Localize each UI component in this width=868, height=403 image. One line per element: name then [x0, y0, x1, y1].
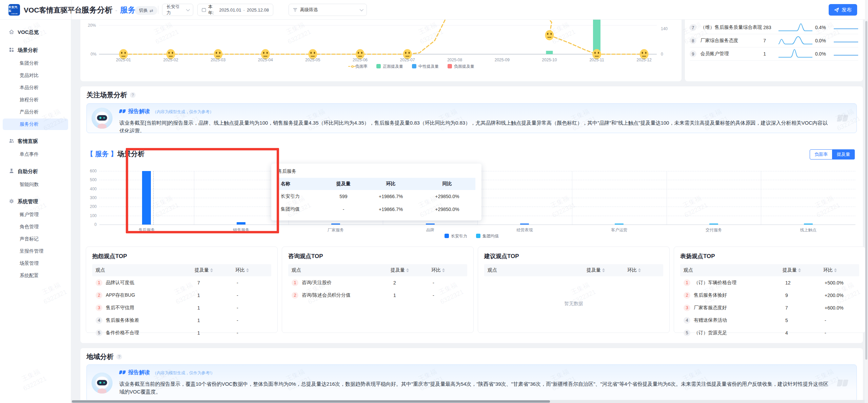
tooltip-col-header: 同比: [419, 178, 475, 190]
opinion-value: 1: [197, 305, 237, 311]
opinion-row[interactable]: 2售后服务体验好9+200.0%: [680, 289, 859, 301]
app-title: VOC客情直驱平台: [24, 5, 82, 15]
opinion-row[interactable]: 2APP存在BUG1-: [92, 289, 271, 301]
sort-icon[interactable]: [834, 268, 837, 272]
legend-item-负面提及量[interactable]: 负面提及量: [448, 64, 474, 69]
sparkline-chart: [777, 48, 813, 60]
opinion-rate: +200.0%: [825, 293, 856, 298]
opinion-row[interactable]: 2咨询/陈述会员积分分值1-: [288, 289, 467, 301]
sort-icon[interactable]: [210, 268, 213, 272]
rank-value: 283: [763, 25, 777, 30]
opinion-value: 1: [197, 318, 237, 323]
chevron-down-icon: [186, 7, 190, 11]
brand-select-value: 长安引力: [166, 4, 183, 16]
advanced-filter-select[interactable]: 高级筛选: [289, 4, 367, 16]
sidebar-item-账户管理[interactable]: 账户管理: [0, 209, 68, 220]
sidebar-group-header-0[interactable]: VOC总览: [0, 26, 71, 39]
sort-icon[interactable]: [246, 268, 249, 272]
logo-text: 长安汽车: [8, 5, 20, 13]
opinion-text: 售后不守信用: [106, 305, 197, 311]
opinion-rank: 2: [96, 292, 102, 299]
date-range-picker[interactable]: 本年: 2025.01.01 - 2025.12.08: [197, 4, 273, 16]
vertical-scrollbar[interactable]: [865, 0, 868, 400]
tooltip-cell: -: [324, 203, 362, 216]
switch-button[interactable]: 切换 ⇄: [135, 6, 157, 15]
panel-table-header: 观点提及量环比: [92, 264, 271, 276]
rank-row-8[interactable]: 8厂家综合服务态度70.0%: [690, 34, 858, 47]
sidebar-group-header-1[interactable]: 场景分析: [0, 44, 71, 57]
bar-长安引力-厂家服务: [331, 224, 340, 225]
col-opinion: 观点: [292, 267, 391, 273]
x-axis-category: 品牌: [426, 227, 434, 233]
opinion-text: 品牌认可度低: [106, 280, 197, 286]
help-icon[interactable]: ?: [116, 354, 122, 360]
vertical-scrollbar-thumb[interactable]: [865, 21, 867, 360]
date-end: 2025.12.08: [247, 7, 269, 13]
sidebar-item-角色管理[interactable]: 角色管理: [0, 221, 68, 233]
opinion-row[interactable]: 4有赠送保养活动5-: [680, 314, 859, 326]
opinion-row[interactable]: 3售后不守信用1-: [92, 301, 271, 314]
col-rate: 环比: [627, 267, 660, 273]
opinion-row[interactable]: 1咨询/关注股价2-: [288, 276, 467, 289]
date-start: 2025.01.01: [219, 7, 241, 13]
sort-icon[interactable]: [406, 268, 409, 272]
horizontal-scrollbar-thumb[interactable]: [72, 400, 550, 403]
sidebar-item-系统配置[interactable]: 系统配置: [0, 270, 68, 281]
opinion-row[interactable]: 5备件价格不合理1-: [92, 326, 271, 339]
sidebar-item-旅程分析[interactable]: 旅程分析: [0, 94, 68, 106]
opinion-value: 9: [785, 293, 825, 298]
rank-number: 9: [690, 50, 696, 57]
x-axis-month: 2025-04: [258, 58, 273, 62]
x-axis-month: 2025-09: [495, 58, 510, 62]
opinion-row[interactable]: 5（订）货源充足4-: [680, 326, 859, 339]
legend-item-正面提及量[interactable]: 正面提及量: [376, 64, 403, 69]
rank-value: 1: [763, 51, 777, 57]
sidebar-item-呈报件管理[interactable]: 呈报件管理: [0, 246, 68, 257]
sidebar-group-header-2[interactable]: 客情直驱: [0, 135, 71, 148]
opinion-row[interactable]: 1品牌认可度低7-: [92, 276, 271, 289]
sidebar-item-服务分析[interactable]: 服务分析: [3, 119, 68, 130]
sort-icon[interactable]: [442, 268, 445, 272]
sort-icon[interactable]: [602, 268, 605, 272]
publish-button[interactable]: 发布: [829, 4, 857, 16]
calendar-icon: [202, 7, 206, 12]
users-icon: [9, 138, 14, 145]
sidebar-item-单点事件[interactable]: 单点事件: [0, 149, 68, 160]
horizontal-scrollbar[interactable]: [71, 400, 865, 403]
sidebar-item-本品分析[interactable]: 本品分析: [0, 82, 68, 93]
legend-item-集团均值[interactable]: 集团均值: [476, 233, 499, 239]
legend-item-长安引力[interactable]: 长安引力: [445, 233, 467, 239]
opinion-row[interactable]: 1（订）车辆价格合理12+500.0%: [680, 276, 859, 289]
sidebar-item-场景管理[interactable]: 场景管理: [0, 258, 68, 269]
sidebar-item-竞品对比[interactable]: 竞品对比: [0, 70, 68, 81]
chevron-down-icon: [360, 7, 363, 11]
sidebar-item-智能问数[interactable]: 智能问数: [0, 179, 68, 190]
opinion-rank: 1: [292, 279, 298, 286]
opinion-rate: -: [237, 305, 268, 311]
brand-select[interactable]: 长安引力: [162, 4, 193, 16]
legend-item-负面率[interactable]: 负面率: [348, 64, 368, 69]
sort-icon[interactable]: [638, 268, 641, 272]
rank-row-9[interactable]: 9会员账户管理10.0%: [690, 47, 858, 61]
opinion-rank: 3: [684, 304, 690, 311]
legend-square-icon: [412, 64, 416, 68]
sidebar-item-产品分析[interactable]: 产品分析: [0, 106, 68, 118]
rank-rate: 0.4%: [815, 25, 834, 30]
sort-icon[interactable]: [798, 268, 801, 272]
switch-label: 切换: [139, 7, 148, 14]
sidebar-group-header-4[interactable]: 系统管理: [0, 195, 71, 208]
sidebar-group-label: 系统管理: [18, 198, 38, 205]
sidebar-group-1: 场景分析集团分析竞品对比本品分析旅程分析产品分析服务分析: [0, 44, 71, 130]
breadcrumb-dash: -: [115, 7, 117, 14]
opinion-row[interactable]: 4售后服务体验差1-: [92, 314, 271, 326]
legend-item-中性提及量[interactable]: 中性提及量: [412, 64, 439, 69]
rank-row-7[interactable]: 7（维）售后服务质量综合表现2830.4%: [690, 21, 858, 34]
opinion-text: 咨询/关注股价: [302, 280, 393, 286]
sidebar-item-声音标记[interactable]: 声音标记: [0, 233, 68, 245]
opinion-row[interactable]: 3厂家客服态度好7+600.0%: [680, 301, 859, 314]
sidebar-group-header-3[interactable]: 自助分析: [0, 165, 71, 178]
sidebar-item-集团分析[interactable]: 集团分析: [0, 58, 68, 69]
sidebar-group-label: VOC总览: [18, 29, 39, 36]
breadcrumb-current[interactable]: 服务: [120, 5, 136, 14]
col-opinion: 观点: [488, 267, 587, 273]
